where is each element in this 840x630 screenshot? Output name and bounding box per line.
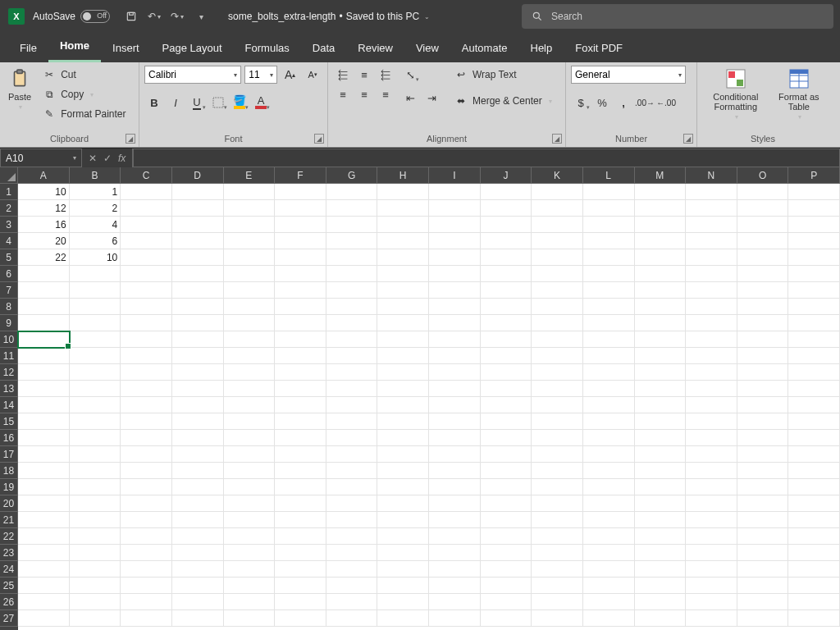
cell-N19[interactable] xyxy=(686,479,737,495)
cell-A25[interactable] xyxy=(18,578,70,594)
underline-button[interactable]: U▾ xyxy=(187,94,207,112)
cell-P22[interactable] xyxy=(788,528,840,545)
cell-G6[interactable] xyxy=(326,266,378,282)
cell-N26[interactable] xyxy=(686,594,737,610)
borders-button[interactable]: ▾ xyxy=(208,94,228,112)
cell-G19[interactable] xyxy=(326,479,378,495)
cell-N12[interactable] xyxy=(686,364,737,381)
cell-C14[interactable] xyxy=(121,397,172,413)
cell-A14[interactable] xyxy=(18,397,70,413)
cell-I18[interactable] xyxy=(429,463,481,479)
tab-automate[interactable]: Automate xyxy=(450,35,519,62)
cell-M24[interactable] xyxy=(635,561,687,578)
cell-C2[interactable] xyxy=(121,200,172,217)
cell-N15[interactable] xyxy=(686,413,737,430)
cell-P19[interactable] xyxy=(788,479,840,495)
cell-L18[interactable] xyxy=(583,463,635,479)
increase-font-button[interactable]: A▴ xyxy=(281,66,300,84)
cell-M4[interactable] xyxy=(635,233,687,249)
row-header-5[interactable]: 5 xyxy=(0,249,18,266)
cell-B16[interactable] xyxy=(70,430,121,446)
cell-M13[interactable] xyxy=(635,381,687,397)
cell-F15[interactable] xyxy=(275,413,326,430)
col-header-B[interactable]: B xyxy=(70,167,121,184)
cell-L20[interactable] xyxy=(583,495,635,512)
cell-G21[interactable] xyxy=(326,512,378,528)
cell-F2[interactable] xyxy=(275,200,326,217)
cell-C16[interactable] xyxy=(121,430,172,446)
cell-N17[interactable] xyxy=(686,446,737,463)
cell-O6[interactable] xyxy=(737,266,789,282)
cell-O9[interactable] xyxy=(737,315,789,331)
col-header-C[interactable]: C xyxy=(121,167,172,184)
cell-H5[interactable] xyxy=(377,249,429,266)
cell-N11[interactable] xyxy=(686,348,737,364)
cell-I17[interactable] xyxy=(429,446,481,463)
cell-O16[interactable] xyxy=(737,430,789,446)
cell-O11[interactable] xyxy=(737,348,789,364)
cell-D14[interactable] xyxy=(172,397,224,413)
cell-O5[interactable] xyxy=(737,249,789,266)
cell-D10[interactable] xyxy=(172,331,224,348)
cell-D27[interactable] xyxy=(172,610,224,627)
cell-C27[interactable] xyxy=(121,610,172,627)
cell-F16[interactable] xyxy=(275,430,326,446)
cell-L17[interactable] xyxy=(583,446,635,463)
cell-P18[interactable] xyxy=(788,463,840,479)
italic-button[interactable]: I xyxy=(166,94,185,112)
cell-G4[interactable] xyxy=(326,233,378,249)
cell-E1[interactable] xyxy=(224,184,276,200)
cell-D9[interactable] xyxy=(172,315,224,331)
cell-I13[interactable] xyxy=(429,381,481,397)
cell-N20[interactable] xyxy=(686,495,737,512)
cell-P11[interactable] xyxy=(788,348,840,364)
cell-O17[interactable] xyxy=(737,446,789,463)
cell-H26[interactable] xyxy=(377,594,429,610)
row-header-10[interactable]: 10 xyxy=(0,331,18,348)
cell-H22[interactable] xyxy=(377,528,429,545)
merge-center-button[interactable]: ⬌Merge & Center▾ xyxy=(451,92,555,110)
cell-F14[interactable] xyxy=(275,397,326,413)
cell-A1[interactable]: 10 xyxy=(18,184,70,200)
cell-H3[interactable] xyxy=(377,217,429,233)
cell-G11[interactable] xyxy=(326,348,378,364)
cell-I3[interactable] xyxy=(429,217,481,233)
cell-O2[interactable] xyxy=(737,200,789,217)
cell-L19[interactable] xyxy=(583,479,635,495)
cell-M6[interactable] xyxy=(635,266,687,282)
cell-C8[interactable] xyxy=(121,299,172,315)
cell-L16[interactable] xyxy=(583,430,635,446)
cell-H27[interactable] xyxy=(377,610,429,627)
cell-G5[interactable] xyxy=(326,249,378,266)
cell-M25[interactable] xyxy=(635,578,687,594)
cell-H20[interactable] xyxy=(377,495,429,512)
cell-A16[interactable] xyxy=(18,430,70,446)
cell-G14[interactable] xyxy=(326,397,378,413)
number-format-combo[interactable]: General▾ xyxy=(571,66,686,84)
cell-M1[interactable] xyxy=(635,184,687,200)
col-header-O[interactable]: O xyxy=(737,167,789,184)
col-header-L[interactable]: L xyxy=(583,167,635,184)
cell-F12[interactable] xyxy=(275,364,326,381)
cell-B11[interactable] xyxy=(70,348,121,364)
col-header-M[interactable]: M xyxy=(635,167,687,184)
cell-O26[interactable] xyxy=(737,594,789,610)
cell-I12[interactable] xyxy=(429,364,481,381)
col-header-J[interactable]: J xyxy=(481,167,532,184)
row-header-14[interactable]: 14 xyxy=(0,397,18,413)
cell-I16[interactable] xyxy=(429,430,481,446)
cell-N25[interactable] xyxy=(686,578,737,594)
cell-P15[interactable] xyxy=(788,413,840,430)
cell-D26[interactable] xyxy=(172,594,224,610)
cell-A21[interactable] xyxy=(18,512,70,528)
tab-review[interactable]: Review xyxy=(346,35,404,62)
cell-E2[interactable] xyxy=(224,200,276,217)
cell-M27[interactable] xyxy=(635,610,687,627)
cell-J11[interactable] xyxy=(481,348,532,364)
col-header-N[interactable]: N xyxy=(686,167,737,184)
tab-formulas[interactable]: Formulas xyxy=(234,35,301,62)
cell-P17[interactable] xyxy=(788,446,840,463)
cell-J5[interactable] xyxy=(481,249,532,266)
row-header-20[interactable]: 20 xyxy=(0,495,18,512)
enter-icon[interactable]: ✓ xyxy=(103,153,112,164)
